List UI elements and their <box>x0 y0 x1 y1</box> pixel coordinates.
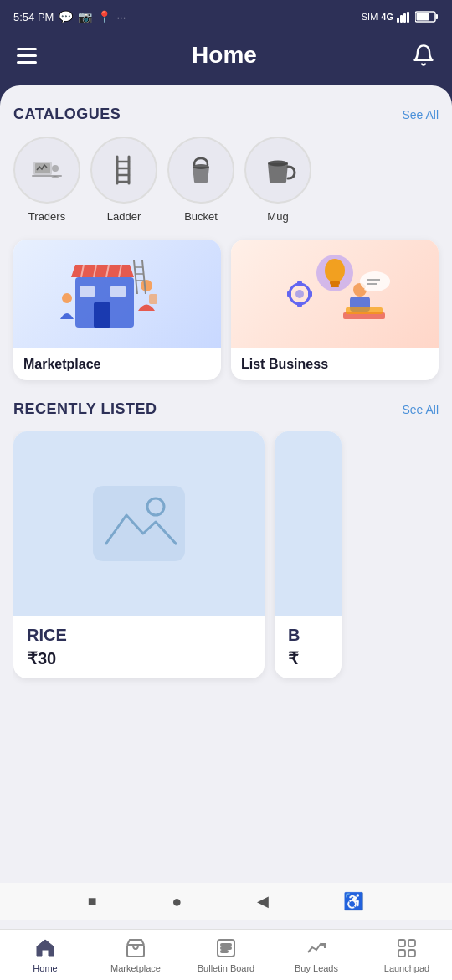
status-time: 5:54 PM <box>13 11 54 23</box>
svg-rect-2 <box>403 13 406 23</box>
list-business-card[interactable]: List Business <box>231 240 439 380</box>
ladder-icon-circle <box>90 137 157 204</box>
product-name-rice: RICE <box>27 626 251 645</box>
product-card-image-2 <box>275 431 342 616</box>
svg-rect-24 <box>94 302 110 328</box>
catalogue-row: Traders Ladder <box>13 137 439 223</box>
svg-rect-25 <box>80 286 95 297</box>
android-back-square[interactable]: ■ <box>88 893 97 910</box>
mug-icon-circle <box>244 137 311 204</box>
notification-bell-icon[interactable] <box>412 44 435 67</box>
product-card-2[interactable]: B ₹ <box>275 431 342 678</box>
battery-icon <box>415 11 439 23</box>
marketplace-illustration <box>13 240 221 348</box>
traders-icon <box>28 152 65 188</box>
svg-rect-58 <box>221 951 228 952</box>
product-card-info-2: B ₹ <box>275 616 342 678</box>
bulletin-board-nav-icon <box>214 936 238 960</box>
bucket-label: Bucket <box>184 210 218 223</box>
nav-item-buy-leads[interactable]: Buy Leads <box>287 936 346 973</box>
svg-rect-56 <box>221 944 231 946</box>
marketplace-card[interactable]: Marketplace <box>13 240 221 380</box>
bucket-icon-circle <box>167 137 234 204</box>
bucket-icon <box>182 152 219 188</box>
signal-bars-icon <box>397 11 412 23</box>
main-content: CATALOGUES See All Traders <box>0 85 452 957</box>
status-bar: 5:54 PM 💬 📷 📍 ··· SIM 4G <box>0 0 452 34</box>
svg-rect-1 <box>400 15 403 23</box>
ladder-icon <box>105 152 142 188</box>
svg-point-36 <box>325 259 345 282</box>
buy-leads-nav-icon <box>305 936 328 960</box>
android-accessibility-icon: ♿ <box>343 891 364 911</box>
svg-rect-37 <box>330 281 340 285</box>
svg-rect-62 <box>408 950 415 957</box>
list-business-svg-icon <box>268 244 402 344</box>
svg-rect-44 <box>308 291 312 297</box>
catalogue-item-ladder[interactable]: Ladder <box>90 137 157 223</box>
bulletin-board-nav-label: Bulletin Board <box>198 963 255 973</box>
svg-rect-3 <box>407 12 409 23</box>
product-price-2: ₹ <box>288 648 328 668</box>
recently-listed-see-all[interactable]: See All <box>402 403 439 416</box>
android-nav-bar: ■ ● ◀ ♿ <box>0 883 452 920</box>
mug-label: Mug <box>267 210 288 223</box>
android-back-triangle[interactable]: ◀ <box>257 892 269 910</box>
nav-item-marketplace[interactable]: Marketplace <box>106 936 165 973</box>
nav-item-home[interactable]: Home <box>16 936 74 973</box>
svg-rect-54 <box>127 945 144 957</box>
product-name-2: B <box>288 626 328 645</box>
catalogue-item-traders[interactable]: Traders <box>13 137 80 223</box>
product-card-info-rice: RICE ₹30 <box>13 616 265 678</box>
catalogue-item-mug[interactable]: Mug <box>244 137 311 223</box>
catalogue-item-bucket[interactable]: Bucket <box>167 137 234 223</box>
image-placeholder-icon <box>89 482 189 565</box>
svg-rect-61 <box>398 950 405 957</box>
network-type: 4G <box>381 12 393 22</box>
android-home-circle[interactable]: ● <box>172 892 182 911</box>
traders-label: Traders <box>28 210 65 223</box>
svg-point-27 <box>141 280 152 291</box>
launchpad-nav-icon <box>395 936 419 960</box>
header: Home <box>0 34 452 85</box>
svg-rect-28 <box>149 294 157 304</box>
marketplace-label: Marketplace <box>13 348 221 380</box>
svg-line-30 <box>134 260 137 294</box>
marketplace-svg-icon <box>50 244 184 344</box>
svg-rect-0 <box>397 18 399 23</box>
svg-rect-60 <box>408 940 415 946</box>
catalogues-see-all[interactable]: See All <box>402 108 439 121</box>
svg-point-40 <box>295 290 304 298</box>
svg-point-49 <box>360 271 390 291</box>
buy-leads-nav-label: Buy Leads <box>295 963 338 973</box>
products-scroll: RICE ₹30 B ₹ <box>13 431 439 689</box>
status-left: 5:54 PM 💬 📷 📍 ··· <box>13 10 126 23</box>
svg-point-18 <box>268 161 288 167</box>
recently-listed-header: RECENTLY LISTED See All <box>13 400 439 418</box>
svg-rect-59 <box>398 940 405 946</box>
svg-point-29 <box>62 293 72 303</box>
nav-item-launchpad[interactable]: Launchpad <box>378 936 436 973</box>
nav-item-bulletin-board[interactable]: Bulletin Board <box>197 936 255 973</box>
marketplace-nav-icon <box>124 936 147 960</box>
recently-listed-section: RECENTLY LISTED See All RICE ₹30 <box>13 400 439 689</box>
svg-rect-48 <box>346 307 383 314</box>
svg-rect-10 <box>32 175 62 177</box>
list-business-illustration <box>231 240 439 348</box>
launchpad-nav-label: Launchpad <box>384 963 429 973</box>
home-nav-label: Home <box>33 963 57 973</box>
hamburger-menu-icon[interactable] <box>17 48 37 64</box>
list-business-label: List Business <box>231 348 439 380</box>
svg-rect-26 <box>110 286 126 297</box>
svg-rect-52 <box>93 486 185 561</box>
svg-rect-5 <box>436 14 439 19</box>
status-right: SIM 4G <box>362 11 439 23</box>
product-card-image-rice <box>13 431 265 616</box>
catalogues-title: CATALOGUES <box>13 106 121 123</box>
recently-listed-title: RECENTLY LISTED <box>13 400 157 418</box>
more-icon: ··· <box>116 11 126 23</box>
whatsapp-icon: 💬 <box>59 10 73 23</box>
product-card-rice[interactable]: RICE ₹30 <box>13 431 265 678</box>
catalogues-section-header: CATALOGUES See All <box>13 106 439 123</box>
marketplace-nav-label: Marketplace <box>110 963 161 973</box>
